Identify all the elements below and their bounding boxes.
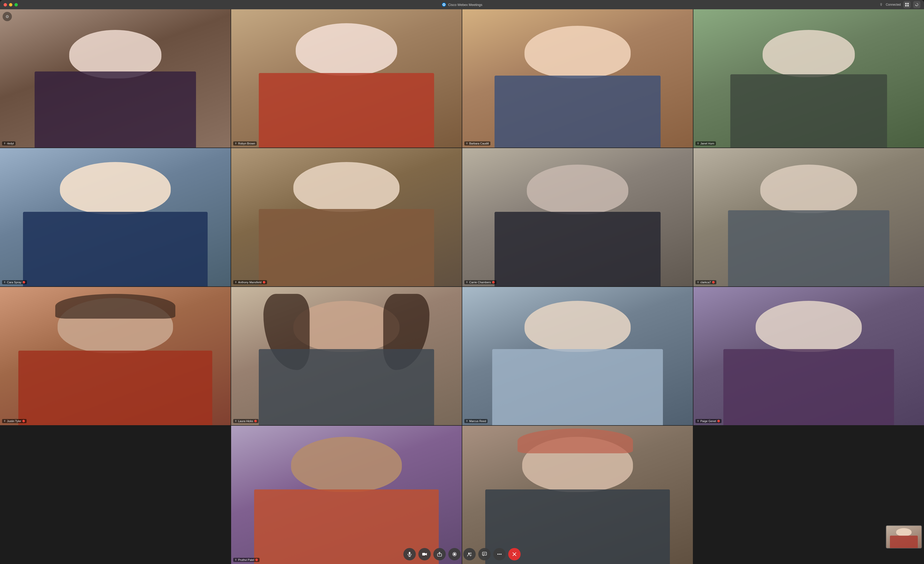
- video-cell-barbara[interactable]: 🎙 Barbara Caudill: [462, 9, 693, 148]
- participant-mic-icon-7: 🎙: [466, 281, 468, 284]
- participant-name-9: Justin Tyler: [7, 419, 21, 423]
- participant-video-12: [693, 287, 924, 425]
- self-view[interactable]: [886, 525, 922, 549]
- connection-status: Connected: [886, 3, 901, 6]
- participant-mic-icon-6: 🎙: [235, 281, 237, 284]
- participants-button[interactable]: [463, 548, 476, 560]
- participant-label-8: 🎙 clarkca7 🔴: [696, 280, 716, 284]
- participant-mic-icon-11: 🎙: [466, 420, 468, 422]
- video-cell-robyn[interactable]: 🎙 Robyn Brown: [231, 9, 462, 148]
- video-grid: 🎙 rledyt 🎙 Robyn Brown: [0, 9, 924, 564]
- participant-name-8: clarkca7: [700, 281, 711, 284]
- participant-badge-9: 🔴: [22, 420, 25, 422]
- video-cell-rledyt[interactable]: 🎙 rledyt: [0, 9, 231, 148]
- svg-point-19: [497, 554, 498, 555]
- video-cell-justin[interactable]: 🎙 Justin Tyler 🔴: [0, 287, 231, 425]
- participant-badge-10: 🔴: [254, 420, 257, 422]
- svg-rect-16: [482, 552, 486, 555]
- chat-icon: [482, 552, 487, 557]
- settings-button[interactable]: ⚙: [3, 12, 12, 21]
- participant-name-11: Marcus Reed: [469, 419, 486, 423]
- svg-rect-4: [907, 3, 909, 4]
- participant-label-11: 🎙 Marcus Reed: [464, 419, 488, 423]
- chat-button[interactable]: [478, 548, 490, 560]
- participant-video-13: [231, 426, 462, 564]
- participant-mic-icon-13: 🎙: [235, 559, 237, 561]
- video-cell-carrie[interactable]: 🎙 Carrie Chambers 🔴: [462, 148, 693, 286]
- participant-label-4: 🎙 Janet Hurn: [696, 141, 716, 145]
- participant-name-3: Barbara Caudill: [469, 142, 489, 145]
- titlebar-right: 🎙 Connected: [880, 1, 920, 8]
- app-window: Cisco Webex Meetings 🎙 Connected: [0, 0, 924, 564]
- mic-status-icon: 🎙: [880, 3, 883, 7]
- participant-video-7: [462, 148, 693, 286]
- refresh-icon: [915, 3, 919, 6]
- video-cell-empty-row4-col1: [0, 426, 231, 564]
- video-icon: [422, 552, 427, 557]
- participant-video-10: [231, 287, 462, 425]
- participant-video-2: [231, 9, 462, 148]
- video-cell-clarkca7[interactable]: 🎙 clarkca7 🔴: [693, 148, 924, 286]
- video-cell-laura[interactable]: 🎙 Laura Hicks 🔴: [231, 287, 462, 425]
- participant-label-12: 🎙 Paige Genet 🔴: [696, 419, 722, 423]
- video-cell-pruthvi[interactable]: 🎙 Pruthvi Patel 🔴: [231, 426, 462, 564]
- share-button[interactable]: [434, 548, 446, 560]
- svg-point-14: [468, 553, 470, 554]
- participant-label-9: 🎙 Justin Tyler 🔴: [2, 419, 27, 423]
- participant-label-10: 🎙 Laura Hicks 🔴: [233, 419, 258, 423]
- participant-mic-icon-12: 🎙: [697, 420, 699, 422]
- video-cell-anthony[interactable]: 🎙 Anthony Mansfield 🔴: [231, 148, 462, 286]
- participant-mic-icon-2: 🎙: [235, 142, 237, 145]
- participant-badge-8: 🔴: [712, 281, 715, 284]
- participant-video-5: [0, 148, 231, 286]
- video-cell-paige[interactable]: 🎙 Paige Genet 🔴: [693, 287, 924, 425]
- participant-mic-icon-4: 🎙: [697, 142, 699, 145]
- video-cell-cara[interactable]: 🎙 Cara Spray 🔴: [0, 148, 231, 286]
- titlebar-more-button[interactable]: [913, 1, 920, 8]
- participant-badge-5: 🔴: [22, 281, 25, 284]
- share-icon: [437, 552, 442, 557]
- video-cell-person14[interactable]: [462, 426, 693, 564]
- svg-rect-3: [905, 3, 907, 4]
- toolbar: [404, 548, 520, 560]
- participant-name-4: Janet Hurn: [700, 142, 714, 145]
- grid-icon: [905, 3, 909, 6]
- participant-badge-13: 🔴: [255, 559, 258, 561]
- grid-view-button[interactable]: [903, 1, 910, 8]
- maximize-button[interactable]: [15, 3, 18, 6]
- participant-mic-icon-1: 🎙: [4, 142, 6, 145]
- app-title: Cisco Webex Meetings: [448, 3, 482, 7]
- participant-label-5: 🎙 Cara Spray 🔴: [2, 280, 27, 284]
- participant-name-2: Robyn Brown: [238, 142, 255, 145]
- video-cell-marcus[interactable]: 🎙 Marcus Reed: [462, 287, 693, 425]
- participant-badge-7: 🔴: [492, 281, 495, 284]
- participant-name-13: Pruthvi Patel: [238, 558, 254, 561]
- minimize-button[interactable]: [9, 3, 12, 6]
- participant-video-4: [693, 9, 924, 148]
- svg-point-20: [499, 554, 500, 555]
- titlebar: Cisco Webex Meetings 🎙 Connected: [0, 0, 924, 9]
- more-button[interactable]: [493, 548, 506, 560]
- participant-video-6: [231, 148, 462, 286]
- record-button[interactable]: [448, 548, 461, 560]
- close-button[interactable]: [4, 3, 7, 6]
- traffic-lights: [4, 3, 18, 6]
- svg-point-21: [501, 554, 501, 555]
- participant-name-10: Laura Hicks: [238, 419, 253, 423]
- video-button[interactable]: [418, 548, 431, 560]
- participant-name-1: rledyt: [7, 142, 14, 145]
- participant-label-2: 🎙 Robyn Brown: [233, 141, 257, 145]
- participant-name-7: Carrie Chambers: [469, 281, 491, 284]
- svg-rect-6: [907, 5, 909, 6]
- participant-label-1: 🎙 rledyt: [2, 141, 15, 145]
- participant-video-1: [0, 9, 231, 148]
- mute-button[interactable]: [404, 548, 416, 560]
- record-icon: [452, 552, 457, 557]
- end-call-button[interactable]: [508, 548, 520, 560]
- svg-point-2: [443, 4, 445, 5]
- participant-video-3: [462, 9, 693, 148]
- video-cell-janet[interactable]: 🎙 Janet Hurn: [693, 9, 924, 148]
- participant-name-6: Anthony Mansfield: [238, 281, 262, 284]
- participants-icon: [467, 552, 472, 557]
- svg-rect-5: [905, 5, 907, 6]
